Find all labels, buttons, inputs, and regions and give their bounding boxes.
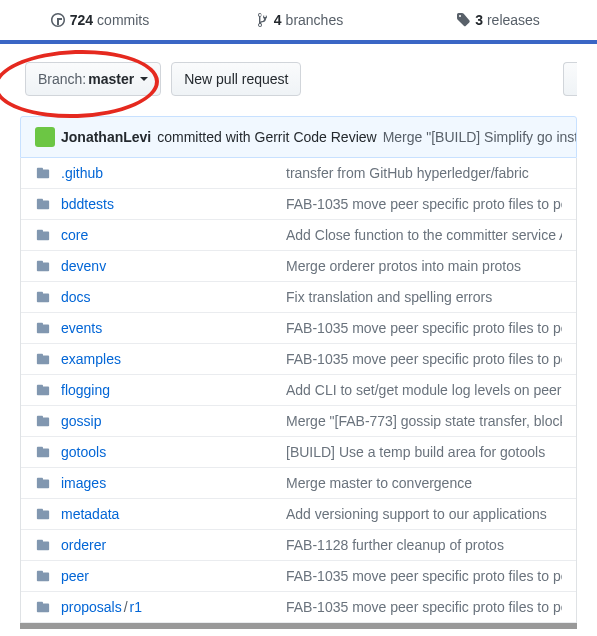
table-row: floggingAdd CLI to set/get module log le…	[21, 375, 576, 406]
file-link[interactable]: proposals	[61, 599, 122, 615]
folder-icon	[35, 197, 51, 211]
row-commit-message[interactable]: Fix translation and spelling errors	[286, 289, 562, 305]
row-commit-message[interactable]: [BUILD] Use a temp build area for gotool…	[286, 444, 562, 460]
file-link[interactable]: gotools	[61, 444, 106, 460]
file-link[interactable]: core	[61, 227, 88, 243]
branch-icon	[254, 12, 270, 28]
branch-select-button[interactable]: Branch: master	[25, 62, 161, 96]
file-name: orderer	[61, 537, 276, 553]
table-row: ordererFAB-1128 further cleanup of proto…	[21, 530, 576, 561]
row-commit-message[interactable]: FAB-1035 move peer specific proto files …	[286, 599, 562, 615]
folder-icon	[35, 445, 51, 459]
table-row: .githubtransfer from GitHub hyperledger/…	[21, 158, 576, 189]
file-name: devenv	[61, 258, 276, 274]
file-link[interactable]: peer	[61, 568, 89, 584]
actions-row: Branch: master New pull request	[0, 44, 597, 116]
table-row: proposals/r1FAB-1035 move peer specific …	[21, 592, 576, 623]
row-commit-message[interactable]: FAB-1035 move peer specific proto files …	[286, 196, 562, 212]
table-row: examplesFAB-1035 move peer specific prot…	[21, 344, 576, 375]
table-row: imagesMerge master to convergence	[21, 468, 576, 499]
truncated-button[interactable]	[563, 62, 577, 96]
file-link[interactable]: gossip	[61, 413, 101, 429]
commit-message[interactable]: Merge "[BUILD] Simplify go install"	[383, 129, 577, 145]
releases-stat[interactable]: 3 releases	[398, 12, 597, 28]
row-commit-message[interactable]: FAB-1035 move peer specific proto files …	[286, 568, 562, 584]
table-row: gossipMerge "[FAB-773] gossip state tran…	[21, 406, 576, 437]
row-commit-message[interactable]: Add Close function to the committer serv…	[286, 227, 562, 243]
file-name: gossip	[61, 413, 276, 429]
branches-label: branches	[286, 12, 344, 28]
file-link[interactable]: docs	[61, 289, 91, 305]
branch-name: master	[88, 69, 134, 89]
table-row: devenvMerge orderer protos into main pro…	[21, 251, 576, 282]
file-name: events	[61, 320, 276, 336]
commits-count: 724	[70, 12, 93, 28]
table-row: eventsFAB-1035 move peer specific proto …	[21, 313, 576, 344]
releases-label: releases	[487, 12, 540, 28]
folder-icon	[35, 476, 51, 490]
row-commit-message[interactable]: Add versioning support to our applicatio…	[286, 506, 562, 522]
file-link[interactable]: .github	[61, 165, 103, 181]
file-name: examples	[61, 351, 276, 367]
row-commit-message[interactable]: Add CLI to set/get module log levels on …	[286, 382, 562, 398]
file-name: flogging	[61, 382, 276, 398]
file-link[interactable]: devenv	[61, 258, 106, 274]
commit-author[interactable]: JonathanLevi	[61, 129, 151, 145]
row-commit-message[interactable]: transfer from GitHub hyperledger/fabric	[286, 165, 562, 181]
file-name: peer	[61, 568, 276, 584]
branch-prefix-label: Branch:	[38, 69, 86, 89]
table-row: gotools[BUILD] Use a temp build area for…	[21, 437, 576, 468]
table-row: docsFix translation and spelling errors	[21, 282, 576, 313]
folder-icon	[35, 228, 51, 242]
repo-stats-bar: 724 commits 4 branches 3 releases	[0, 2, 597, 44]
file-link[interactable]: r1	[130, 599, 142, 615]
commits-stat[interactable]: 724 commits	[0, 12, 199, 28]
row-commit-message[interactable]: FAB-1035 move peer specific proto files …	[286, 320, 562, 336]
file-link[interactable]: examples	[61, 351, 121, 367]
table-row: bddtestsFAB-1035 move peer specific prot…	[21, 189, 576, 220]
row-commit-message[interactable]: FAB-1035 move peer specific proto files …	[286, 351, 562, 367]
folder-icon	[35, 290, 51, 304]
file-name: core	[61, 227, 276, 243]
folder-icon	[35, 166, 51, 180]
file-link[interactable]: orderer	[61, 537, 106, 553]
row-commit-message[interactable]: Merge "[FAB-773] gossip state transfer, …	[286, 413, 562, 429]
row-commit-message[interactable]: FAB-1128 further cleanup of protos	[286, 537, 562, 553]
tag-icon	[455, 12, 471, 28]
new-pull-request-button[interactable]: New pull request	[171, 62, 301, 96]
folder-icon	[35, 507, 51, 521]
row-commit-message[interactable]: Merge orderer protos into main protos	[286, 258, 562, 274]
folder-icon	[35, 569, 51, 583]
branches-stat[interactable]: 4 branches	[199, 12, 398, 28]
file-name: metadata	[61, 506, 276, 522]
path-separator: /	[122, 599, 130, 615]
file-name: proposals/r1	[61, 599, 276, 615]
caret-down-icon	[140, 77, 148, 81]
file-list: .githubtransfer from GitHub hyperledger/…	[20, 158, 577, 623]
file-link[interactable]: bddtests	[61, 196, 114, 212]
file-name: gotools	[61, 444, 276, 460]
folder-icon	[35, 321, 51, 335]
history-icon	[50, 12, 66, 28]
folder-icon	[35, 600, 51, 614]
file-link[interactable]: flogging	[61, 382, 110, 398]
file-name: docs	[61, 289, 276, 305]
folder-icon	[35, 352, 51, 366]
scroll-shadow	[20, 623, 577, 629]
branches-count: 4	[274, 12, 282, 28]
table-row: metadataAdd versioning support to our ap…	[21, 499, 576, 530]
file-name: .github	[61, 165, 276, 181]
table-row: peerFAB-1035 move peer specific proto fi…	[21, 561, 576, 592]
avatar	[35, 127, 55, 147]
file-link[interactable]: images	[61, 475, 106, 491]
file-link[interactable]: metadata	[61, 506, 119, 522]
folder-icon	[35, 383, 51, 397]
commit-action: committed with Gerrit Code Review	[157, 129, 376, 145]
folder-icon	[35, 259, 51, 273]
folder-icon	[35, 538, 51, 552]
folder-icon	[35, 414, 51, 428]
table-row: coreAdd Close function to the committer …	[21, 220, 576, 251]
file-name: bddtests	[61, 196, 276, 212]
row-commit-message[interactable]: Merge master to convergence	[286, 475, 562, 491]
file-link[interactable]: events	[61, 320, 102, 336]
